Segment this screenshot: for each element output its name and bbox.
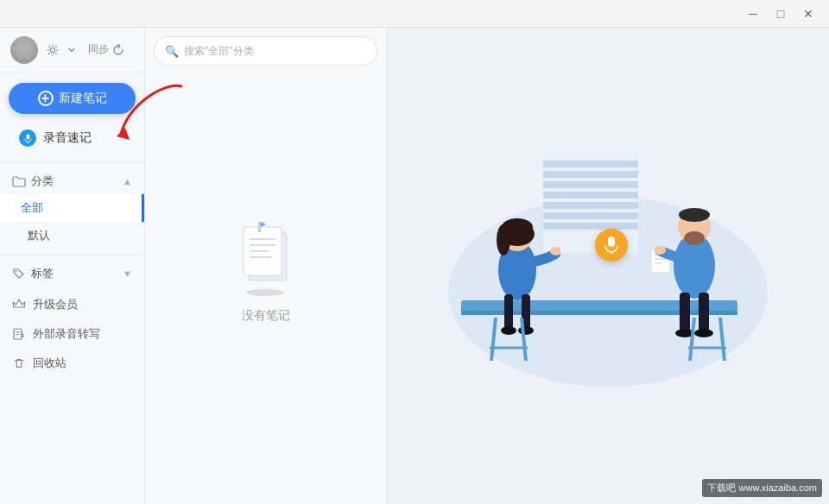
new-note-label: 新建笔记	[59, 91, 107, 106]
search-icon: 🔍	[165, 45, 179, 58]
search-placeholder: 搜索"全部"分类	[184, 44, 254, 59]
svg-point-0	[51, 47, 55, 52]
voice-bubble	[595, 229, 628, 261]
microphone-icon	[19, 129, 36, 147]
header-icons	[45, 42, 79, 58]
chair-right	[681, 318, 733, 361]
voice-note-button[interactable]: 录音速记	[9, 123, 136, 154]
search-bar[interactable]: 🔍 搜索"全部"分类	[154, 36, 377, 66]
document-illustration	[233, 220, 298, 298]
minimize-button[interactable]: ─	[739, 2, 767, 26]
svg-point-31	[497, 224, 510, 255]
categories-header[interactable]: 分类 ▲	[0, 168, 144, 194]
default-label: 默认	[28, 229, 50, 242]
external-transcription-label: 外部录音转写	[33, 326, 100, 342]
sidebar-header: 同步	[0, 28, 144, 72]
close-button[interactable]: ✕	[794, 2, 822, 26]
title-bar: ─ □ ✕	[0, 0, 829, 28]
svg-point-40	[684, 231, 705, 245]
bottom-nav: 升级会员 外部录音转写 回收站	[0, 290, 144, 378]
empty-state: 没有笔记	[145, 74, 386, 504]
trash-label: 回收站	[33, 356, 66, 371]
app-container: 同步 + 新建笔记 录音速记	[0, 28, 829, 504]
avatar[interactable]	[10, 36, 38, 64]
folder-icon	[12, 175, 26, 187]
categories-label: 分类	[31, 173, 54, 189]
upgrade-label: 升级会员	[33, 297, 78, 312]
meeting-illustration	[427, 119, 789, 413]
person-man	[647, 175, 742, 339]
svg-rect-18	[543, 161, 638, 167]
chevron-up-icon: ▲	[123, 176, 132, 186]
svg-point-39	[679, 208, 710, 222]
voice-note-label: 录音速记	[43, 130, 92, 146]
divider-2	[0, 255, 144, 255]
svg-rect-50	[608, 236, 615, 247]
svg-point-6	[246, 289, 284, 296]
trash-icon	[12, 357, 26, 369]
divider-1	[0, 162, 144, 163]
chevron-down-icon: ▼	[123, 268, 132, 279]
svg-point-3	[16, 271, 17, 273]
external-transcription-button[interactable]: 外部录音转写	[0, 319, 144, 349]
svg-line-52	[491, 318, 496, 361]
all-label: 全部	[21, 201, 43, 214]
empty-state-text: 没有笔记	[242, 308, 290, 324]
upgrade-button[interactable]: 升级会员	[0, 290, 144, 319]
new-note-button[interactable]: + 新建笔记	[9, 83, 136, 114]
svg-line-56	[720, 318, 725, 361]
right-panel: 下载吧 www.xiazaiba.com	[387, 28, 829, 504]
sync-label: 同步	[88, 42, 109, 57]
svg-marker-14	[261, 222, 266, 227]
crown-icon	[12, 299, 26, 311]
person-woman	[474, 184, 560, 339]
sidebar: 同步 + 新建笔记 录音速记	[0, 28, 145, 504]
chair-left	[483, 318, 535, 361]
sidebar-item-default[interactable]: 默认	[0, 222, 144, 249]
svg-rect-13	[258, 222, 261, 232]
sync-button[interactable]: 同步	[88, 42, 124, 57]
svg-rect-19	[543, 171, 638, 178]
middle-panel: 🔍 搜索"全部"分类 没有笔记	[145, 28, 387, 504]
svg-line-55	[690, 318, 694, 361]
tag-icon	[12, 268, 26, 280]
svg-point-49	[654, 246, 666, 255]
file-audio-icon	[12, 328, 26, 340]
tags-header[interactable]: 标签 ▼	[0, 261, 144, 287]
maximize-button[interactable]: □	[767, 2, 794, 26]
trash-button[interactable]: 回收站	[0, 349, 144, 378]
svg-line-53	[522, 318, 526, 361]
svg-rect-1	[26, 134, 29, 139]
plus-icon: +	[38, 91, 54, 106]
watermark: 下载吧 www.xiazaiba.com	[702, 479, 822, 497]
sidebar-item-all[interactable]: 全部	[0, 194, 144, 222]
tags-label: 标签	[31, 266, 54, 281]
settings-icon[interactable]	[45, 42, 60, 58]
dropdown-icon[interactable]	[64, 42, 79, 58]
